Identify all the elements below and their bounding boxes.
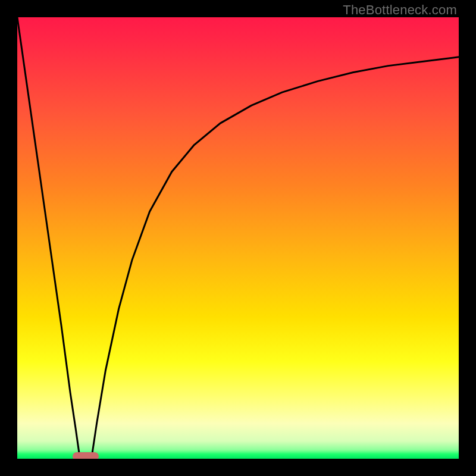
curve-layer <box>17 17 459 459</box>
watermark-label: TheBottleneck.com <box>343 2 457 18</box>
plot-area <box>17 17 459 459</box>
right-branch-curve <box>92 57 459 459</box>
chart-frame: TheBottleneck.com <box>0 0 476 476</box>
left-branch-curve <box>17 17 80 459</box>
minimum-marker <box>73 452 99 459</box>
